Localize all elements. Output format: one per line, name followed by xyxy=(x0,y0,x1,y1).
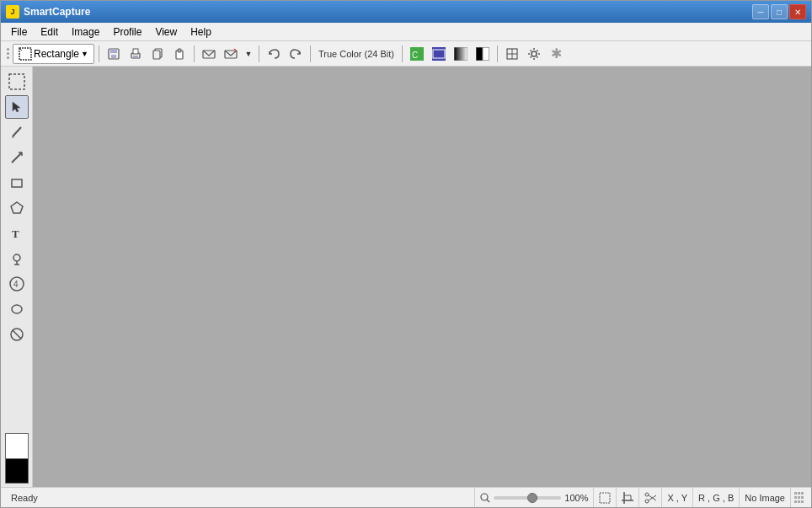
menu-edit[interactable]: Edit xyxy=(34,24,65,40)
copy-button[interactable] xyxy=(147,44,168,64)
status-selection xyxy=(594,488,617,507)
svg-rect-4 xyxy=(111,55,116,58)
svg-point-51 xyxy=(645,493,649,496)
zoom-thumb[interactable] xyxy=(527,493,537,503)
color-info-text: R , G , B xyxy=(698,493,734,503)
separator-5 xyxy=(402,45,403,62)
svg-point-50 xyxy=(645,500,649,503)
svg-rect-20 xyxy=(476,47,483,61)
background-color[interactable] xyxy=(5,458,29,484)
svg-rect-21 xyxy=(483,47,489,61)
svg-point-26 xyxy=(532,51,537,56)
svg-rect-3 xyxy=(110,49,117,53)
rect-tool[interactable] xyxy=(5,171,29,195)
settings-button[interactable] xyxy=(524,44,544,64)
bw-button[interactable] xyxy=(473,44,493,64)
toolbar: Rectangle ▼ xyxy=(1,41,811,67)
minimize-button[interactable]: ─ xyxy=(752,4,769,19)
svg-point-40 xyxy=(12,305,22,313)
stamp-tool[interactable] xyxy=(5,247,29,270)
status-image: No Image xyxy=(740,488,791,507)
title-bar: J SmartCapture ─ □ ✕ xyxy=(1,1,811,23)
email-button[interactable] xyxy=(199,44,219,64)
app-icon: J xyxy=(6,5,19,19)
svg-line-42 xyxy=(13,330,21,339)
status-coordinates: X , Y xyxy=(662,488,693,507)
color-mode-2-button[interactable] xyxy=(429,44,449,64)
status-zoom: 100% xyxy=(475,488,594,507)
left-toolbar: T 4 xyxy=(1,67,33,487)
zoom-search-icon[interactable] xyxy=(480,493,490,503)
svg-text:C: C xyxy=(412,51,418,60)
undo-button[interactable] xyxy=(264,44,284,64)
zoom-slider[interactable] xyxy=(494,496,561,500)
menu-bar: File Edit Image Profile View Help xyxy=(1,23,811,41)
pointer-tool[interactable] xyxy=(5,95,29,119)
close-button[interactable]: ✕ xyxy=(789,4,806,19)
separator-1 xyxy=(99,45,99,62)
grayscale-button[interactable] xyxy=(451,44,471,64)
email-dropdown[interactable]: ▼ xyxy=(243,44,254,64)
main-area: T 4 xyxy=(1,67,811,487)
separator-6 xyxy=(497,45,498,62)
text-tool[interactable]: T xyxy=(5,222,29,245)
main-window: J SmartCapture ─ □ ✕ File Edit Image Pro… xyxy=(0,0,812,508)
svg-line-28 xyxy=(13,127,21,136)
status-ready: Ready xyxy=(6,488,475,507)
maximize-button[interactable]: □ xyxy=(771,4,788,19)
menu-file[interactable]: File xyxy=(4,24,34,40)
toolbar-grip xyxy=(4,44,11,64)
redo-button[interactable] xyxy=(286,44,306,64)
svg-marker-29 xyxy=(12,136,14,138)
menu-help[interactable]: Help xyxy=(184,24,218,40)
save-button[interactable] xyxy=(104,44,124,64)
selection-icon xyxy=(599,492,611,504)
menu-profile[interactable]: Profile xyxy=(106,24,148,40)
svg-rect-17 xyxy=(432,47,446,61)
color-swatch[interactable] xyxy=(5,433,29,484)
line-tool[interactable] xyxy=(5,146,29,169)
rotate-button[interactable] xyxy=(502,44,522,64)
color-mode-1-button[interactable]: C xyxy=(407,44,427,64)
svg-rect-33 xyxy=(12,179,22,187)
canvas-area xyxy=(33,67,811,487)
foreground-color[interactable] xyxy=(5,433,29,459)
email2-button[interactable] xyxy=(221,44,241,64)
svg-rect-11 xyxy=(178,49,181,52)
menu-image[interactable]: Image xyxy=(65,24,106,40)
menu-view[interactable]: View xyxy=(148,24,184,40)
ready-text: Ready xyxy=(11,493,38,503)
svg-rect-45 xyxy=(600,493,610,503)
status-cut xyxy=(639,488,662,507)
status-color-info: R , G , B xyxy=(693,488,740,507)
paste-button[interactable] xyxy=(169,44,190,64)
coordinates-text: X , Y xyxy=(667,493,687,503)
cross-tool[interactable] xyxy=(5,323,29,346)
window-controls: ─ □ ✕ xyxy=(752,4,806,19)
svg-rect-6 xyxy=(133,49,138,54)
capture-mode-arrow[interactable]: ▼ xyxy=(81,50,88,58)
more-button[interactable]: ✱ xyxy=(546,44,566,64)
capture-mode-selector[interactable]: Rectangle ▼ xyxy=(13,44,94,64)
print-button[interactable] xyxy=(126,44,146,64)
svg-rect-9 xyxy=(153,51,160,59)
svg-rect-27 xyxy=(9,74,24,89)
polygon-tool[interactable] xyxy=(5,196,29,220)
ellipse-tool[interactable] xyxy=(5,297,29,321)
crop-icon xyxy=(622,492,633,504)
capture-mode-label: Rectangle xyxy=(34,48,79,60)
marquee-tool[interactable] xyxy=(5,70,29,94)
svg-text:4: 4 xyxy=(13,280,19,289)
zoom-percent: 100% xyxy=(564,493,588,503)
svg-rect-19 xyxy=(454,47,467,61)
number-tool[interactable]: 4 xyxy=(5,272,29,296)
capture-icon xyxy=(19,47,32,61)
svg-rect-7 xyxy=(133,56,138,57)
pencil-tool[interactable] xyxy=(5,120,29,144)
color-depth-label: True Color (24 Bit) xyxy=(315,49,398,59)
resize-grip[interactable] xyxy=(794,492,806,504)
zoom-slider-container: 100% xyxy=(480,493,588,503)
svg-line-30 xyxy=(12,152,22,163)
svg-point-43 xyxy=(481,494,488,500)
status-bar: Ready 100% xyxy=(1,487,811,507)
